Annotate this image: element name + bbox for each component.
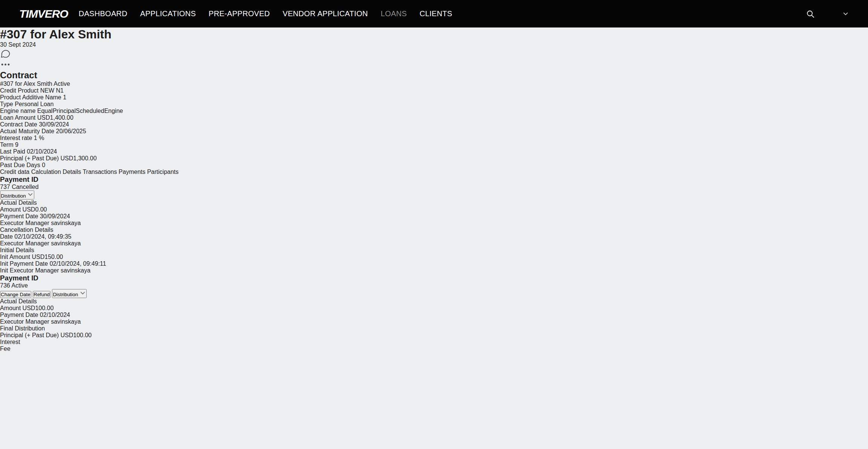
payment-id-value: 737 <box>0 184 10 190</box>
field-contract-date: Contract Date 30/09/2024 <box>0 121 868 128</box>
row-value: 30/09/2024 <box>40 213 70 219</box>
field-label: Engine name <box>0 108 35 114</box>
refund-button-label: Refund <box>34 292 50 297</box>
distribution-button[interactable]: Distribution <box>0 190 34 199</box>
contract-status-badge: Active <box>53 81 70 87</box>
payment-detail-row: Date 02/10/2024, 09:49:35 <box>0 233 868 240</box>
nav-vendor-application[interactable]: VENDOR APPLICATION <box>283 9 368 18</box>
nav-pre-approved[interactable]: PRE-APPROVED <box>209 9 270 18</box>
payment-detail-row: Payment Date 02/10/2024 <box>0 312 868 318</box>
group-title: Cancellation Details <box>0 227 868 233</box>
field-label: Contract Date <box>0 121 37 128</box>
payment-detail-row: Init Payment Date 02/10/2024, 09:49:11 <box>0 260 868 267</box>
top-navigation: TIMVERO DASHBOARD APPLICATIONS PRE-APPRO… <box>0 0 868 27</box>
contract-details-col-3: Term 9 Last Paid 02/10/2024 Principal (+… <box>0 142 868 169</box>
nav-clients[interactable]: CLIENTS <box>420 9 452 18</box>
distribution-button-label: Distribution <box>53 292 78 297</box>
tab-payments[interactable]: Payments <box>119 169 145 175</box>
nav-right <box>806 6 849 21</box>
payment-detail-row: Amount USD0.00 <box>0 206 868 213</box>
field-value: USD1,300.00 <box>61 155 97 161</box>
field-label: Principal (+ Past Due) <box>0 155 59 161</box>
payment-section-737: Payment ID 737 Cancelled Distribution Ac… <box>0 175 868 274</box>
payment-detail-row: Amount USD100.00 <box>0 305 868 312</box>
payment-details-grid: Actual Details Amount USD100.00 Payment … <box>0 298 868 352</box>
page-header-right: 30 Sept 2024 <box>0 41 868 70</box>
refund-button[interactable]: Refund <box>33 291 50 298</box>
payment-id-value: 736 <box>0 282 10 289</box>
group-title: Initial Details <box>0 247 868 254</box>
row-value: 02/10/2024 <box>40 312 70 318</box>
row-label: Amount <box>0 206 21 213</box>
row-label: Interest <box>0 339 20 345</box>
row-value: USD100.00 <box>61 332 92 338</box>
row-label: Executor <box>0 240 24 247</box>
tab-transactions[interactable]: Transactions <box>83 169 117 175</box>
change-date-button[interactable]: Change Date <box>0 291 31 298</box>
group-title: Actual Details <box>0 298 868 305</box>
payment-detail-row: Interest <box>0 339 868 346</box>
group-title: Final Distribution <box>0 325 868 332</box>
field-label: Loan Amount <box>0 114 35 121</box>
row-label: Init Payment Date <box>0 260 48 267</box>
tab-calculation-details[interactable]: Calculation Details <box>31 169 81 175</box>
row-label: Executor <box>0 318 24 325</box>
row-label: Init Amount <box>0 254 30 260</box>
row-value: 02/10/2024, 09:49:11 <box>50 260 106 267</box>
page-title: #307 for Alex Smith <box>0 27 868 41</box>
field-value: USD1,400.00 <box>37 114 73 121</box>
row-value: Manager savinskaya <box>26 318 81 325</box>
row-value: 02/10/2024, 09:49:35 <box>14 233 71 240</box>
row-value: Manager savinskaya <box>26 220 81 226</box>
field-label: Product Additive Name <box>0 94 61 100</box>
field-value: 20/06/2025 <box>56 128 86 134</box>
more-options-icon[interactable] <box>0 59 868 70</box>
field-credit-product: Credit Product NEW N1 <box>0 87 868 94</box>
nav-dashboard[interactable]: DASHBOARD <box>79 9 127 18</box>
field-value: Personal Loan <box>15 101 53 107</box>
contract-name-link[interactable]: #307 for Alex Smith <box>0 81 52 87</box>
field-loan-amount: Loan Amount USD1,400.00 <box>0 114 868 121</box>
avatar[interactable] <box>821 6 836 21</box>
payment-detail-row: Fee <box>0 346 868 352</box>
tab-credit-data[interactable]: Credit data <box>0 169 29 175</box>
contract-tabs: Credit data Calculation Details Transact… <box>0 169 868 175</box>
contract-details-grid: Credit Product NEW N1 Product Additive N… <box>0 87 868 169</box>
field-type: Type Personal Loan <box>0 101 868 108</box>
distribution-button[interactable]: Distribution <box>52 289 86 298</box>
group-initial-details: Initial Details Init Amount USD150.00 In… <box>0 247 868 274</box>
field-label: Last Paid <box>0 148 25 155</box>
row-value: USD150.00 <box>32 254 63 260</box>
comments-icon[interactable] <box>0 48 868 59</box>
field-label: Term <box>0 142 14 148</box>
search-icon[interactable] <box>806 9 815 18</box>
contract-details-col-1: Credit Product NEW N1 Product Additive N… <box>0 87 868 114</box>
nav-items: DASHBOARD APPLICATIONS PRE-APPROVED VEND… <box>79 9 452 18</box>
row-label: Executor <box>0 220 24 226</box>
row-label: Fee <box>0 346 11 352</box>
payment-section-736: Payment ID 736 Active Change Date Refund… <box>0 274 868 352</box>
row-value: Manager savinskaya <box>26 240 81 247</box>
group-actual-details: Actual Details Amount USD100.00 Payment … <box>0 298 868 325</box>
chevron-down-icon <box>27 191 34 198</box>
field-interest-rate: Interest rate 1 % <box>0 135 868 142</box>
tab-participants[interactable]: Participants <box>147 169 179 175</box>
credit-product-link[interactable]: NEW N1 <box>40 87 64 94</box>
field-last-paid: Last Paid 02/10/2024 <box>0 148 868 155</box>
field-engine-name: Engine name EqualPrincipalScheduledEngin… <box>0 108 868 114</box>
chevron-down-icon[interactable] <box>842 11 849 17</box>
brand-logo[interactable]: TIMVERO <box>19 8 68 20</box>
payment-id-label: Payment ID <box>0 175 868 184</box>
field-label: Actual Maturity Date <box>0 128 54 134</box>
payment-detail-row: Init Amount USD150.00 <box>0 254 868 260</box>
payment-detail-row: Principal (+ Past Due) USD100.00 <box>0 332 868 339</box>
field-label: Type <box>0 101 13 107</box>
nav-loans[interactable]: LOANS <box>381 9 407 18</box>
payment-detail-row: Init Executor Manager savinskaya <box>0 267 868 274</box>
group-cancellation-details: Cancellation Details Date 02/10/2024, 09… <box>0 227 868 247</box>
row-value: USD0.00 <box>23 206 47 213</box>
field-value: 0 <box>42 162 45 168</box>
nav-applications[interactable]: APPLICATIONS <box>140 9 196 18</box>
row-label: Payment Date <box>0 213 38 219</box>
row-label: Date <box>0 233 13 240</box>
